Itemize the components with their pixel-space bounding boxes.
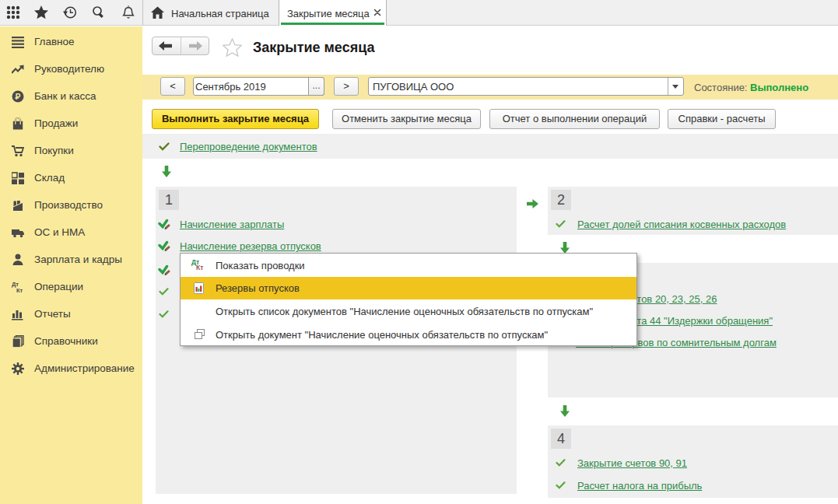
svg-text:Кт: Кт xyxy=(16,287,23,293)
svg-text:P: P xyxy=(16,92,21,100)
